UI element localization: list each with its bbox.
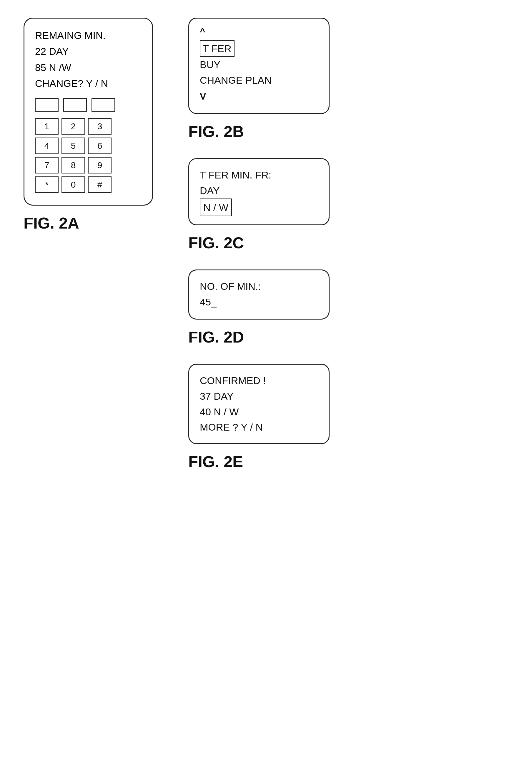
key-7[interactable]: 7 (35, 157, 59, 173)
menu-item-buy[interactable]: BUY (200, 57, 318, 73)
key-2[interactable]: 2 (62, 118, 85, 134)
key-9[interactable]: 9 (88, 157, 111, 173)
fig2e-screen: CONFIRMED ! 37 DAY 40 N / W MORE ? Y / N (188, 364, 330, 444)
display-cell-3 (91, 98, 115, 111)
fig2d-screen: NO. OF MIN.: 45_ (188, 270, 330, 319)
key-1[interactable]: 1 (35, 118, 59, 134)
fig2c-label: FIG. 2C (188, 234, 244, 252)
fig2e-label: FIG. 2E (188, 453, 243, 471)
key-3[interactable]: 3 (88, 118, 111, 134)
scroll-up-arrow[interactable]: ^ (200, 24, 318, 39)
fig2b-screen: ^ T FER BUY CHANGE PLAN V (188, 18, 330, 114)
fig2e-line1: CONFIRMED ! (200, 373, 318, 388)
key-5[interactable]: 5 (62, 137, 85, 154)
fig2d-label: FIG. 2D (188, 328, 244, 346)
menu-item-changeplan[interactable]: CHANGE PLAN (200, 73, 318, 88)
fig2d-line2: 45_ (200, 294, 318, 310)
fig2c-nw-box: N / W (200, 199, 232, 217)
fig2b-label: FIG. 2B (188, 122, 244, 140)
key-8[interactable]: 8 (62, 157, 85, 173)
key-star[interactable]: * (35, 176, 59, 193)
fig2c-line2: DAY (200, 183, 318, 199)
fig2c-line1: T FER MIN. FR: (200, 167, 318, 183)
menu-item-tfer[interactable]: T FER (200, 40, 318, 57)
display-cells (35, 98, 142, 111)
fig2c-block: T FER MIN. FR: DAY N / W FIG. 2C (188, 158, 508, 252)
right-column: ^ T FER BUY CHANGE PLAN V FIG. 2B T FER … (188, 18, 508, 746)
key-4[interactable]: 4 (35, 137, 59, 154)
fig2e-line4: MORE ? Y / N (200, 419, 318, 435)
keypad: 1 2 3 4 5 6 7 8 9 * 0 # (35, 118, 142, 193)
fig2b-block: ^ T FER BUY CHANGE PLAN V FIG. 2B (188, 18, 508, 140)
display-cell-2 (63, 98, 87, 111)
fig2a-text: REMAING MIN. 22 DAY 85 N /W CHANGE? Y / … (35, 27, 142, 92)
tfer-highlighted: T FER (200, 40, 234, 57)
fig2c-screen: T FER MIN. FR: DAY N / W (188, 158, 330, 225)
fig2e-line3: 40 N / W (200, 404, 318, 420)
fig2e-line2: 37 DAY (200, 388, 318, 404)
key-0[interactable]: 0 (62, 176, 85, 193)
fig2a-label: FIG. 2A (24, 214, 79, 232)
fig2d-line1: NO. OF MIN.: (200, 279, 318, 294)
fig2e-block: CONFIRMED ! 37 DAY 40 N / W MORE ? Y / N… (188, 364, 508, 471)
key-hash[interactable]: # (88, 176, 111, 193)
display-cell-1 (35, 98, 59, 111)
key-6[interactable]: 6 (88, 137, 111, 154)
fig2d-block: NO. OF MIN.: 45_ FIG. 2D (188, 270, 508, 346)
scroll-down-arrow[interactable]: V (200, 89, 318, 104)
fig2a-screen: REMAING MIN. 22 DAY 85 N /W CHANGE? Y / … (24, 18, 153, 206)
fig2a-column: REMAING MIN. 22 DAY 85 N /W CHANGE? Y / … (24, 18, 165, 746)
